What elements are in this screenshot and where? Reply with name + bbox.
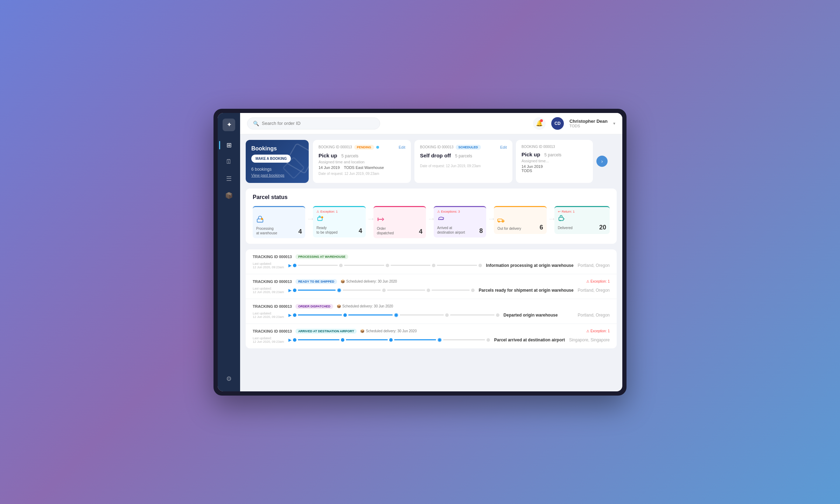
progress-dot-1-5 [478, 264, 482, 267]
tracking-desc-4: Parcel arrived at destination airport [494, 338, 565, 342]
stage-label-5: Out for delivery [497, 226, 543, 231]
stage-arrow-2: ···› [369, 206, 373, 221]
svg-point-8 [559, 220, 561, 221]
content-area: Bookings MAKE A BOOKING 6 bookings View … [240, 134, 622, 391]
progress-line-1-3 [391, 265, 431, 266]
stage-label-4: Arrived atdestination airport [437, 226, 483, 235]
tracking-row-4: TRACKING ID 000013 ARRIVED AT DESTINATIO… [246, 324, 617, 348]
stage-icon-1 [256, 215, 302, 225]
tracking-body-3: Last updated:12 Jun 2020, 09:23am ▶ [253, 312, 610, 319]
stage-count-6: 20 [599, 224, 606, 231]
pipeline-stage-1[interactable]: Processingat warehouse 4 [253, 206, 308, 238]
tracking-meta-1: Last updated:12 Jun 2020, 09:23am [253, 262, 284, 269]
sidebar-logo[interactable]: ✦ [223, 119, 235, 131]
progress-dot-2-2 [337, 288, 341, 292]
progress-line-4-3 [394, 339, 436, 340]
search-box[interactable]: 🔍 [247, 118, 380, 129]
progress-dot-1-3 [386, 264, 389, 267]
stage-icon-3 [377, 215, 422, 225]
stage-label-2: Readyto be shipped [316, 226, 362, 235]
stage-arrow-4: ···› [489, 206, 494, 221]
calendar-icon: 🗓 [226, 158, 232, 165]
stage-arrow-3: ···› [429, 206, 434, 221]
status-dot-1 [376, 146, 379, 149]
booking-status-1: PENDING [354, 145, 374, 150]
booking-detail-card-3: BOOKING ID 000013 Pick up 5 parcels Assi… [516, 140, 593, 183]
sidebar-item-box[interactable]: 📦 [222, 189, 236, 203]
tracking-loc-4: Singapore, Singapore [569, 338, 610, 342]
stage-exception-2: ⚠ Exception: 1 [316, 210, 362, 213]
booking-card-3-header: BOOKING ID 000013 [522, 145, 587, 149]
progress-line-3-4 [450, 314, 495, 315]
exception-link-4[interactable]: ⚠ Exception: 1 [586, 329, 610, 333]
tracking-body-4: Last updated:12 Jun 2020, 09:23am ▶ [253, 336, 610, 343]
progress-dot-3-4 [445, 313, 449, 317]
user-dropdown-icon[interactable]: ▾ [613, 121, 615, 126]
delivery-text-2: Scheduled delivery: 30 Jun 2020 [346, 279, 397, 283]
tracking-id-2: TRACKING ID 000013 [253, 279, 292, 284]
tracking-loc-1: Portland, Oregon [578, 263, 610, 268]
tracking-body-1: Last updated:12 Jun 2020, 09:23am ▶ [253, 262, 610, 269]
tracking-status-4: ARRIVED AT DESTINATION AIRPORT [295, 329, 357, 334]
stage-arrow-5: ···› [550, 206, 554, 221]
progress-line-2-4 [432, 290, 470, 291]
tracking-id-1: TRACKING ID 000013 [253, 255, 292, 259]
progress-dot-1-2 [339, 264, 343, 267]
pipeline-stage-2[interactable]: ⚠ Exception: 1 Readyto be shipped 4 [313, 206, 368, 237]
bookings-count: 6 bookings [251, 167, 303, 172]
progress-dot-4-5 [486, 338, 490, 342]
booking-id-1: BOOKING ID 000013 [318, 145, 352, 149]
delivery-text-3: Scheduled delivery: 30 Jun 2020 [342, 304, 393, 308]
tracking-row-1: TRACKING ID 000013 PROCESSING AT WAREHOU… [246, 249, 617, 274]
tracking-status-2: READY TO BE SHIPPED [295, 279, 337, 284]
progress-bar-3: ▶ [288, 313, 499, 318]
progress-line-4-1 [298, 339, 340, 340]
header-actions: 🔔 CD Christopher Dean TODS ▾ [533, 117, 615, 130]
progress-dot-2-5 [471, 289, 475, 292]
booking-edit-1[interactable]: Edit [399, 145, 405, 149]
progress-dot-3-2 [343, 313, 347, 317]
tracking-header-2: TRACKING ID 000013 READY TO BE SHIPPED 📦… [253, 279, 610, 284]
tracking-status-1: PROCESSING AT WAREHOUSE [295, 254, 348, 259]
progress-dot-2-3 [382, 289, 386, 292]
tracking-loc-3: Portland, Oregon [578, 313, 610, 318]
tracking-meta-4: Last updated:12 Jun 2020, 09:23am [253, 336, 284, 343]
tracking-loc-2: Portland, Oregon [578, 288, 610, 293]
progress-bar-2: ▶ [288, 288, 475, 293]
pipeline-stage-5[interactable]: Out for delivery 6 [494, 206, 549, 234]
header: 🔍 🔔 CD Christopher Dean TODS [240, 113, 622, 134]
booking-cards-scroll: BOOKING ID 000013 PENDING Edit Pick up 5… [313, 140, 617, 183]
make-booking-button[interactable]: MAKE A BOOKING [251, 155, 291, 163]
sidebar-item-calendar[interactable]: 🗓 [222, 155, 236, 169]
booking-loc-1: TODS East Warehouse [344, 165, 384, 170]
bookings-next-button[interactable]: › [596, 156, 608, 167]
search-icon: 🔍 [253, 121, 259, 126]
stage-count-4: 8 [479, 227, 483, 235]
pipeline-stage-6[interactable]: ↩ Return: 1 Delivered 20 [554, 206, 610, 234]
box-icon: 📦 [225, 192, 233, 199]
progress-line-1-1 [298, 265, 338, 266]
tracking-header-3: TRACKING ID 000013 ORDER DISPATCHED 📦 Sc… [253, 304, 610, 309]
pipeline-stage-4[interactable]: ⚠ Exceptions: 3 Arrived atdestination ai… [434, 206, 489, 237]
delivery-icon-3: 📦 [337, 304, 341, 308]
progress-line-4-2 [346, 339, 388, 340]
booking-status-2: SCHEDULED [456, 145, 481, 150]
sidebar-item-list[interactable]: ☰ [222, 172, 236, 186]
notification-button[interactable]: 🔔 [533, 117, 546, 130]
tracking-desc-2: Parcels ready for shipment at origin war… [479, 288, 574, 293]
sidebar-item-dashboard[interactable]: ⊞ [222, 138, 236, 152]
svg-point-1 [261, 218, 263, 220]
stage-icon-6 [558, 215, 606, 224]
stage-count-5: 6 [540, 224, 543, 231]
booking-edit-2[interactable]: Edit [500, 145, 507, 149]
search-input[interactable] [262, 121, 374, 126]
delivery-icon-4: 📦 [360, 329, 364, 333]
pipeline-stage-3[interactable]: Orderdispatched 4 [373, 206, 429, 238]
stage-count-2: 4 [359, 227, 362, 235]
progress-dot-3-3 [394, 313, 398, 317]
view-past-bookings-link[interactable]: View past bookings [251, 173, 303, 177]
sidebar-settings-button[interactable]: ⚙ [222, 372, 236, 386]
stage-arrow-1: ···› [308, 206, 313, 221]
exception-link-2[interactable]: ⚠ Exception: 1 [586, 279, 610, 283]
stage-count-3: 4 [419, 228, 422, 235]
